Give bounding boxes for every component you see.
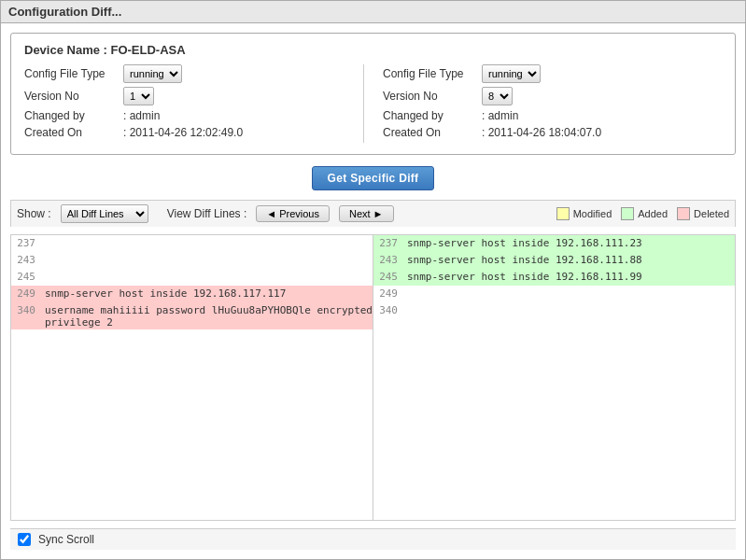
get-specific-diff-button[interactable]: Get Specific Diff	[312, 166, 435, 190]
device-col-right: Config File Type running startup Version…	[363, 64, 722, 143]
line-number: 340	[373, 303, 403, 316]
left-config-type-row: Config File Type running startup	[24, 64, 363, 83]
previous-button[interactable]: ◄ Previous	[256, 205, 330, 222]
left-created-on-label: Created On	[24, 126, 118, 139]
line-number: 340	[11, 303, 41, 316]
left-config-type-label: Config File Type	[24, 67, 118, 80]
show-select[interactable]: All Diff Lines Modified Only Added Only …	[61, 204, 148, 223]
right-changed-by-value: : admin	[482, 109, 518, 122]
main-content: Device Name : FO-ELD-ASA Config File Typ…	[1, 23, 745, 559]
left-created-on-row: Created On : 2011-04-26 12:02:49.0	[24, 126, 363, 139]
right-config-type-label: Config File Type	[383, 67, 476, 80]
diff-area: 237243245249snmp-server host inside 192.…	[10, 234, 736, 521]
show-label: Show :	[17, 207, 51, 220]
page-container: Configuration Diff... Device Name : FO-E…	[0, 0, 746, 560]
legend-modified: Modified	[556, 207, 612, 220]
prev-label: Previous	[279, 208, 319, 219]
left-changed-by-row: Changed by : admin	[24, 109, 363, 122]
device-panel: Device Name : FO-ELD-ASA Config File Typ…	[10, 33, 736, 155]
right-version-label: Version No	[383, 90, 476, 103]
left-diff-pane[interactable]: 237243245249snmp-server host inside 192.…	[11, 235, 373, 520]
left-version-select[interactable]: 1 2345 678	[123, 87, 154, 105]
legend-modified-label: Modified	[573, 208, 612, 219]
next-arrow-icon: ►	[373, 208, 384, 219]
diff-line: 243snmp-server host inside 192.168.111.8…	[373, 252, 735, 269]
right-version-row: Version No 1234 567 8	[383, 87, 722, 105]
line-content	[403, 303, 735, 304]
sync-scroll-checkbox[interactable]	[18, 533, 31, 546]
line-content: snmp-server host inside 192.168.117.117	[41, 287, 373, 300]
get-diff-btn-row: Get Specific Diff	[10, 166, 736, 190]
sync-scroll-label: Sync Scroll	[38, 533, 94, 546]
right-config-type-row: Config File Type running startup	[383, 64, 722, 83]
line-content: username mahiiiii password lHuGuu8aPYHOB…	[41, 303, 373, 329]
device-col-left: Config File Type running startup Version…	[24, 64, 363, 143]
diff-line: 249	[373, 286, 735, 302]
right-created-on-value: : 2011-04-26 18:04:07.0	[482, 126, 601, 139]
diff-toolbar: Show : All Diff Lines Modified Only Adde…	[10, 200, 736, 227]
left-changed-by-value: : admin	[123, 109, 160, 122]
right-version-select[interactable]: 1234 567 8	[482, 87, 513, 105]
diff-line: 243	[11, 252, 373, 269]
line-content	[41, 270, 373, 271]
line-content: snmp-server host inside 192.168.111.88	[403, 253, 735, 266]
prev-arrow-icon: ◄	[266, 208, 276, 219]
legend-added-box	[621, 207, 634, 220]
right-changed-by-label: Changed by	[383, 109, 476, 122]
right-created-on-label: Created On	[383, 126, 476, 139]
diff-line: 249snmp-server host inside 192.168.117.1…	[11, 286, 373, 302]
line-number: 245	[373, 270, 403, 283]
right-created-on-row: Created On : 2011-04-26 18:04:07.0	[383, 126, 722, 139]
left-version-row: Version No 1 2345 678	[24, 87, 363, 105]
device-fields: Config File Type running startup Version…	[24, 64, 722, 143]
legend-added-label: Added	[638, 208, 668, 219]
right-config-type-select[interactable]: running startup	[482, 64, 541, 83]
legend-added: Added	[621, 207, 668, 220]
line-content: snmp-server host inside 192.168.111.23	[403, 236, 735, 249]
legend-deleted: Deleted	[677, 207, 729, 220]
right-diff-pane[interactable]: 237snmp-server host inside 192.168.111.2…	[373, 235, 735, 520]
legend: Modified Added Deleted	[556, 207, 729, 220]
line-number: 237	[11, 236, 41, 249]
line-number: 245	[11, 270, 41, 283]
legend-deleted-box	[677, 207, 690, 220]
left-changed-by-label: Changed by	[24, 109, 118, 122]
line-number: 243	[11, 253, 41, 266]
footer-bar: Sync Scroll	[10, 528, 736, 550]
device-name: Device Name : FO-ELD-ASA	[24, 43, 722, 57]
page-header: Configuration Diff...	[1, 1, 745, 23]
line-content	[403, 287, 735, 287]
line-number: 249	[373, 287, 403, 300]
legend-deleted-label: Deleted	[694, 208, 729, 219]
line-content	[41, 253, 373, 254]
left-config-type-select[interactable]: running startup	[123, 64, 182, 83]
legend-modified-box	[556, 207, 570, 220]
diff-line: 237	[11, 235, 373, 252]
left-version-label: Version No	[24, 90, 118, 103]
next-button[interactable]: Next ►	[339, 205, 394, 222]
diff-line: 245	[11, 269, 373, 286]
diff-line: 237snmp-server host inside 192.168.111.2…	[373, 235, 735, 252]
line-number: 249	[11, 287, 41, 300]
right-changed-by-row: Changed by : admin	[383, 109, 722, 122]
left-created-on-value: : 2011-04-26 12:02:49.0	[123, 126, 243, 139]
line-number: 243	[373, 253, 403, 266]
page-title: Configuration Diff...	[8, 5, 121, 19]
next-label: Next	[349, 208, 371, 219]
diff-line: 245snmp-server host inside 192.168.111.9…	[373, 269, 735, 286]
view-diff-label: View Diff Lines :	[167, 207, 247, 220]
line-content: snmp-server host inside 192.168.111.99	[403, 270, 735, 283]
line-content	[41, 236, 373, 237]
diff-line: 340	[373, 302, 735, 319]
diff-line: 340username mahiiiii password lHuGuu8aPY…	[11, 302, 373, 329]
line-number: 237	[373, 236, 403, 249]
